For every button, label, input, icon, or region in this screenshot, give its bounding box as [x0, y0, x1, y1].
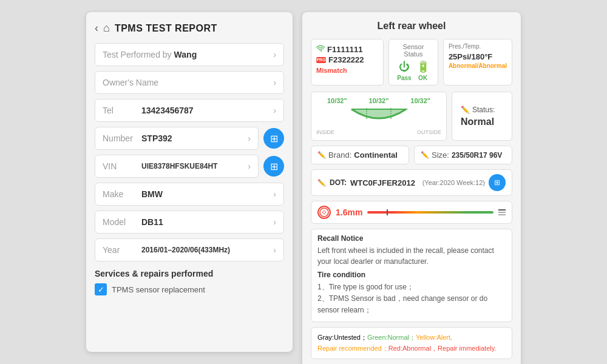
size-value: 235/50R17 96V — [452, 151, 502, 160]
checkmark-icon: ✓ — [98, 285, 104, 294]
tire-condition-title: Tire condition — [317, 271, 506, 279]
tread-mm-value: 1.6mm — [336, 207, 362, 217]
wifi-icon — [316, 44, 325, 54]
field-label-model: Model — [103, 217, 139, 227]
field-number-row: Number STP392 › ⊞ — [95, 127, 284, 150]
services-title: Services & repairs performed — [95, 269, 284, 278]
checkbox-label-tpms: TPMS sensor replacement — [112, 285, 205, 294]
legend-orange: Repair recommended； — [317, 345, 388, 352]
info-section: Recall Notice Left front wheel is includ… — [311, 229, 512, 322]
sensor-id2-row: PRG F2322222 — [316, 55, 378, 64]
chevron-right-icon: › — [273, 50, 276, 59]
field-tel[interactable]: Tel 13423456787 › — [95, 99, 284, 122]
field-value-test-performed: Wang — [174, 50, 274, 59]
right-panel: Left rear wheel F1111111 — [302, 12, 521, 364]
tread-inside-label: INSIDE — [316, 129, 334, 135]
tread-outside-label: OUTSIDE — [417, 129, 441, 135]
checkbox-tpms[interactable]: ✓ — [95, 283, 107, 295]
tire-condition-items: 1、Tire type is good for use； 2、TPMS Sens… — [317, 281, 506, 317]
sensor-status-header: Sensor Status — [394, 43, 433, 58]
pencil-icon-dot: ✏️ — [317, 179, 326, 187]
field-model[interactable]: Model DB11 › — [95, 211, 284, 234]
scan-icon-number: ⊞ — [270, 133, 278, 144]
prog-rect-icon: PRG — [316, 57, 326, 63]
field-label-number: Number — [103, 133, 139, 143]
sensor-id1: F1111111 — [327, 45, 363, 54]
field-number[interactable]: Number STP392 › — [95, 127, 259, 150]
scan-icon-vin: ⊞ — [270, 161, 278, 172]
sensor-info-row: F1111111 PRG F2322222 Mismatch Sensor St… — [311, 39, 512, 86]
field-year[interactable]: Year 2016/01–2020/06(433MHz) › — [95, 238, 284, 261]
back-button[interactable]: ‹ — [95, 22, 98, 35]
pencil-icon-size: ✏️ — [421, 151, 429, 159]
chevron-right-icon-5: › — [248, 161, 251, 171]
size-box[interactable]: ✏️ Size: 235/50R17 96V — [414, 146, 512, 164]
home-icon[interactable]: ⌂ — [103, 22, 110, 35]
brand-value: Continental — [354, 150, 398, 160]
field-vin[interactable]: VIN UIE8378HFSKUE84HT › — [95, 155, 259, 178]
status-box: ✏️ Status: Normal — [452, 92, 512, 141]
left-header: ‹ ⌂ TPMS TEST REPORT — [95, 22, 284, 35]
dot-row: ✏️ DOT: WTC0FJFER2012 (Year:2020 Week:12… — [311, 169, 512, 196]
tread-mm-row: 1.6mm — [311, 201, 512, 224]
sensor-status-battery: 🔋 OK — [416, 60, 430, 81]
tread-outside-val: 10/32" — [410, 97, 430, 104]
chevron-right-icon-6: › — [273, 189, 276, 199]
main-container: ‹ ⌂ TPMS TEST REPORT Test Performed by W… — [0, 0, 607, 364]
tire-condition-item-1: 1、Tire type is good for use； — [317, 281, 506, 293]
tread-mid-val: 10/32" — [369, 97, 389, 104]
ok-label: OK — [418, 75, 427, 81]
field-value-vin: UIE8378HFSKUE84HT — [141, 162, 248, 170]
checkbox-row[interactable]: ✓ TPMS sensor replacement — [95, 283, 284, 295]
pres-temp-value: 25Psi/180°F — [449, 52, 507, 61]
dot-year-note: (Year:2020 Week:12) — [422, 179, 485, 186]
pass-label: Pass — [397, 75, 411, 81]
status-label: Status: — [472, 106, 495, 114]
legend-gray: Gray:Untested； — [317, 334, 367, 341]
chevron-right-icon-8: › — [273, 245, 276, 255]
legend-red: Red:Abnormal，Repair immediately. — [388, 345, 497, 352]
pres-temp-box: Pres./Temp. 25Psi/180°F Abnormal/Abnorma… — [443, 39, 512, 86]
pres-temp-status: Abnormal/Abnormal — [449, 62, 507, 69]
pres-temp-header: Pres./Temp. — [449, 43, 507, 50]
sensor-status-power: ⏻ Pass — [397, 61, 411, 81]
scan-icon-dot: ⊞ — [494, 178, 500, 187]
tread-arc-svg — [348, 106, 409, 127]
recall-title: Recall Notice — [317, 234, 506, 243]
legend-line2: Repair recommended；Red:Abnormal，Repair i… — [317, 343, 506, 354]
scan-button-vin[interactable]: ⊞ — [263, 156, 284, 177]
pencil-icon-status: ✏️ — [461, 106, 470, 114]
brand-box[interactable]: ✏️ Brand: Continental — [311, 146, 409, 164]
tread-numbers-row: 10/32" 10/32" 10/32" — [316, 97, 441, 104]
sensor-status-row: ⏻ Pass 🔋 OK — [394, 60, 433, 81]
field-value-model: DB11 — [141, 217, 273, 227]
dot-prefix: DOT: — [330, 178, 347, 187]
recall-text: Left front wheel is included in the reca… — [317, 245, 506, 267]
field-value-make: BMW — [141, 189, 273, 199]
tread-circle-icon — [317, 206, 331, 219]
chevron-right-icon-2: › — [273, 78, 276, 87]
chevron-right-icon-7: › — [273, 217, 276, 227]
scan-button-dot[interactable]: ⊞ — [489, 174, 506, 191]
page-title: TPMS TEST REPORT — [115, 23, 217, 34]
services-section: Services & repairs performed ✓ TPMS sens… — [95, 269, 284, 295]
tread-scale — [367, 209, 506, 215]
brand-label: Brand: — [328, 150, 351, 160]
field-value-number: STP392 — [141, 133, 248, 143]
field-vin-row: VIN UIE8378HFSKUE84HT › ⊞ — [95, 155, 284, 178]
tread-inside-val: 10/32" — [327, 97, 347, 104]
size-label: Size: — [432, 150, 449, 160]
power-icon: ⏻ — [399, 61, 410, 73]
scan-button-number[interactable]: ⊞ — [263, 128, 284, 149]
legend-green: Green:Normal； — [367, 334, 416, 341]
sensor-id2: F2322222 — [328, 55, 364, 64]
chevron-right-icon-3: › — [273, 106, 276, 115]
tire-condition-item-2: 2、TPMS Sensor is bad，need change sensor … — [317, 293, 506, 316]
legend-box: Gray:Untested；Green:Normal；Yellow:Alert,… — [311, 327, 512, 359]
field-owners-name[interactable]: Owner's Name › — [95, 71, 284, 94]
field-test-performed[interactable]: Test Performed by Wang › — [95, 43, 284, 66]
tread-status-section: 10/32" 10/32" 10/32" INSIDE OUTSIDE — [311, 92, 512, 141]
field-make[interactable]: Make BMW › — [95, 183, 284, 206]
dot-value: WTC0FJFER2012 — [350, 178, 419, 187]
field-label-vin: VIN — [103, 161, 139, 171]
